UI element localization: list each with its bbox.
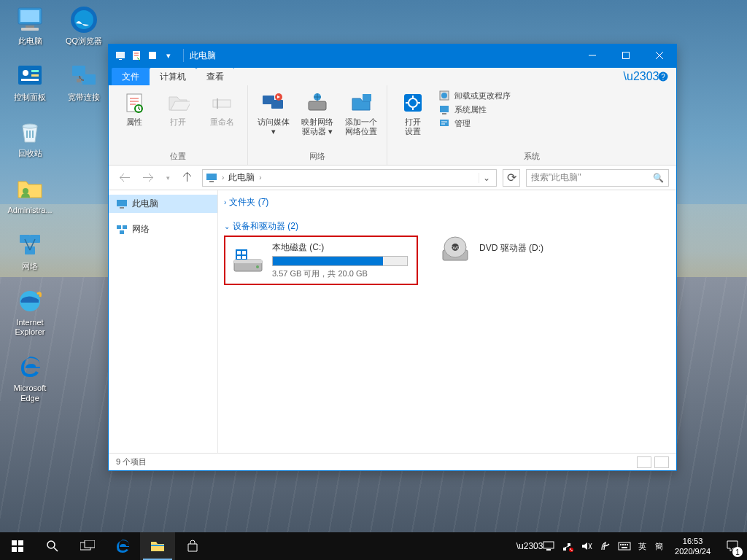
desktop-icon-qq-browser[interactable]: QQ浏览器: [60, 4, 108, 46]
properties-icon: [121, 90, 147, 116]
ie-icon: [15, 286, 45, 316]
window-title: 此电脑: [190, 50, 216, 62]
section-header-devices[interactable]: ⌄设备和驱动器 (2): [224, 217, 670, 236]
tray-volume-icon[interactable]: [577, 532, 596, 560]
svg-point-16: [74, 10, 93, 29]
tray-overflow-icon[interactable]: \u2303: [520, 532, 539, 560]
action-center-button[interactable]: 1: [718, 532, 747, 560]
close-button[interactable]: [643, 44, 676, 66]
help-icon[interactable]: ?: [656, 69, 670, 84]
ribbon-properties[interactable]: 属性: [116, 90, 152, 127]
chevron-down-icon: ⌄: [224, 222, 230, 230]
svg-rect-80: [546, 549, 551, 551]
ribbon-uninstall-programs[interactable]: 卸载或更改程序: [438, 90, 511, 101]
svg-rect-64: [237, 256, 241, 259]
svg-rect-23: [149, 52, 156, 59]
tray-ime-indicator-icon[interactable]: [596, 532, 615, 560]
desktop-icon-ie[interactable]: Internet Explorer: [6, 286, 54, 337]
svg-rect-49: [442, 113, 446, 114]
broadband-icon: [69, 61, 99, 91]
hdd-icon: [231, 246, 265, 274]
svg-point-5: [23, 70, 28, 76]
address-bar[interactable]: › 此电脑 › ⌄: [202, 169, 497, 187]
ribbon-access-media[interactable]: 访问媒体 ▾: [255, 90, 292, 136]
tray-display-icon[interactable]: [539, 532, 558, 560]
minimize-button[interactable]: [576, 44, 609, 66]
quick-access-toolbar: ▾: [109, 50, 180, 61]
desktop-icon-label: 网络: [22, 262, 38, 271]
qat-dropdown-icon[interactable]: ▾: [163, 50, 174, 61]
tray-ime-lang[interactable]: 英: [634, 541, 651, 552]
desktop-icon-broadband[interactable]: 宽带连接: [60, 61, 108, 102]
qat-properties-icon[interactable]: [131, 50, 142, 61]
tree-item-this-pc[interactable]: 此电脑: [109, 195, 217, 213]
desktop-icon-user-folder[interactable]: Administra...: [6, 174, 54, 215]
start-button[interactable]: [0, 532, 35, 560]
svg-rect-37: [309, 101, 326, 110]
ribbon-add-network-location[interactable]: 添加一个网络位置: [343, 90, 379, 136]
ribbon-open-settings[interactable]: 打开设置: [395, 90, 431, 136]
section-header-folders[interactable]: ›文件夹 (7): [224, 193, 670, 211]
desktop-icon-edge[interactable]: Microsoft Edge: [6, 351, 54, 402]
map-drive-icon: [304, 90, 330, 116]
drive-name: 本地磁盘 (C:): [272, 241, 411, 254]
section-devices: ⌄设备和驱动器 (2) 本地磁盘 (C:) 3.57 GB 可用，共 20.0 …: [224, 217, 670, 285]
tray-keyboard-icon[interactable]: [615, 532, 634, 560]
svg-rect-3: [21, 28, 39, 31]
tree-item-network[interactable]: 网络: [109, 220, 217, 238]
nav-history-dropdown[interactable]: ▾: [163, 169, 173, 187]
taskview-button[interactable]: [70, 532, 105, 560]
address-dropdown-icon[interactable]: ⌄: [479, 173, 493, 183]
maximize-button[interactable]: [609, 44, 643, 66]
taskbar-explorer[interactable]: [140, 532, 175, 560]
refresh-button[interactable]: ⟳: [503, 169, 520, 187]
svg-rect-91: [627, 544, 628, 545]
desktop-icon-recycle-bin[interactable]: 回收站: [6, 117, 54, 158]
svg-rect-79: [543, 542, 554, 548]
titlebar[interactable]: ▾ 此电脑: [109, 44, 676, 66]
nav-forward-button[interactable]: 🡢: [139, 169, 157, 187]
nav-up-button[interactable]: 🡡: [179, 169, 196, 187]
taskbar-store[interactable]: [175, 532, 210, 560]
tab-view[interactable]: 查看: [196, 68, 234, 85]
view-details-button[interactable]: [637, 456, 651, 468]
chevron-right-icon: ›: [222, 174, 224, 182]
search-input[interactable]: 搜索"此电脑" 🔍: [526, 169, 669, 187]
drive-d[interactable]: DVD DVD 驱动器 (D:): [438, 236, 584, 263]
svg-rect-92: [622, 547, 627, 548]
qat-new-icon[interactable]: [147, 50, 158, 61]
desktop-icon-network[interactable]: 网络: [6, 230, 54, 271]
tray-ime-mode[interactable]: 簡: [651, 541, 667, 552]
tab-computer[interactable]: 计算机: [150, 68, 196, 85]
nav-back-button[interactable]: 🡠: [116, 169, 133, 187]
svg-rect-72: [12, 547, 17, 552]
rename-icon: [209, 90, 235, 116]
breadcrumb-item[interactable]: 此电脑: [228, 171, 255, 184]
svg-rect-1: [20, 10, 39, 22]
search-button[interactable]: [35, 532, 70, 560]
ribbon-rename[interactable]: 重命名: [204, 90, 240, 127]
desktop-icon-this-pc[interactable]: 此电脑: [6, 4, 54, 46]
svg-rect-18: [82, 74, 96, 85]
taskbar-edge[interactable]: [105, 532, 140, 560]
ribbon-map-drive[interactable]: 映射网络驱动器 ▾: [299, 90, 336, 136]
svg-rect-89: [622, 544, 624, 545]
tab-file[interactable]: 文件: [112, 68, 150, 85]
content-pane[interactable]: ›文件夹 (7) ⌄设备和驱动器 (2) 本地磁盘 (C:) 3.57 GB 可…: [218, 190, 676, 453]
svg-rect-62: [237, 251, 241, 254]
svg-rect-65: [242, 256, 246, 259]
svg-rect-35: [271, 100, 283, 109]
network-icon: [116, 224, 128, 236]
ribbon-collapse-icon[interactable]: \u2303: [634, 69, 649, 84]
taskbar-clock[interactable]: 16:532020/9/24: [667, 536, 718, 557]
ribbon-manage[interactable]: 管理: [438, 117, 511, 129]
desktop-icon-label: 此电脑: [18, 36, 42, 46]
ribbon-open[interactable]: 打开: [160, 90, 196, 127]
drive-c[interactable]: 本地磁盘 (C:) 3.57 GB 可用，共 20.0 GB: [231, 241, 411, 279]
tray-network-icon[interactable]: [558, 532, 577, 560]
svg-rect-20: [116, 52, 125, 58]
add-network-icon: [348, 90, 374, 116]
desktop-icon-control-panel[interactable]: 控制面板: [6, 61, 54, 102]
view-icons-button[interactable]: [654, 456, 669, 468]
ribbon-system-properties[interactable]: 系统属性: [438, 104, 511, 115]
